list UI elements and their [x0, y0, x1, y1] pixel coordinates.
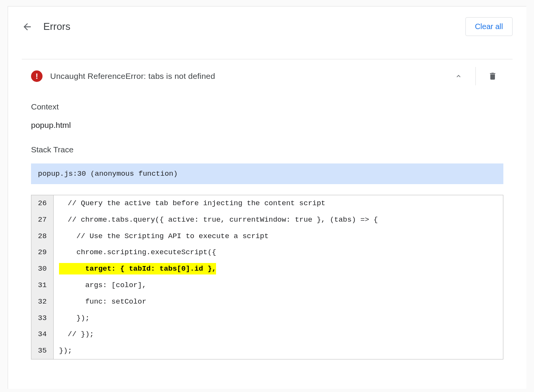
- stack-trace-heading: Stack Trace: [31, 145, 503, 154]
- code-content: func: setColor: [54, 294, 503, 310]
- trash-icon: [488, 72, 497, 81]
- code-content: // });: [54, 326, 503, 343]
- collapse-button[interactable]: [451, 69, 466, 84]
- code-content: chrome.scripting.executeScript({: [54, 244, 503, 261]
- code-content: target: { tabId: tabs[0].id },: [54, 261, 503, 277]
- line-number: 28: [31, 228, 54, 245]
- code-content: });: [54, 310, 503, 327]
- stack-trace-location[interactable]: popup.js:30 (anonymous function): [31, 163, 503, 184]
- line-number: 26: [31, 195, 54, 212]
- code-row: 28 // Use the Scripting API to execute a…: [31, 228, 503, 245]
- code-content: // chrome.tabs.query({ active: true, cur…: [54, 212, 503, 228]
- line-number: 35: [31, 343, 54, 359]
- code-row: 35});: [31, 343, 503, 359]
- error-message: Uncaught ReferenceError: tabs is not def…: [50, 72, 215, 81]
- code-content: // Use the Scripting API to execute a sc…: [54, 228, 503, 245]
- code-row: 26 // Query the active tab before inject…: [31, 195, 503, 212]
- code-row: 29 chrome.scripting.executeScript({: [31, 244, 503, 261]
- code-row: 34 // });: [31, 326, 503, 343]
- line-number: 30: [31, 261, 54, 277]
- code-row: 27 // chrome.tabs.query({ active: true, …: [31, 212, 503, 228]
- error-header-right: [451, 67, 503, 85]
- chevron-up-icon: [455, 72, 462, 80]
- back-button[interactable]: [22, 21, 33, 32]
- context-heading: Context: [31, 102, 503, 111]
- clear-all-button[interactable]: Clear all: [465, 17, 513, 36]
- code-row: 33 });: [31, 310, 503, 327]
- context-value: popup.html: [31, 121, 503, 130]
- page-container: Errors Clear all ! Uncaught ReferenceErr…: [8, 6, 526, 389]
- header: Errors Clear all: [8, 7, 526, 47]
- page-title: Errors: [43, 21, 70, 33]
- line-number: 33: [31, 310, 54, 327]
- line-number: 32: [31, 294, 54, 310]
- line-number: 31: [31, 277, 54, 294]
- line-number: 29: [31, 244, 54, 261]
- code-content: // Query the active tab before injecting…: [54, 195, 503, 212]
- line-number: 34: [31, 326, 54, 343]
- error-icon: !: [31, 70, 43, 82]
- code-row: 30 target: { tabId: tabs[0].id },: [31, 261, 503, 277]
- delete-button[interactable]: [485, 69, 500, 84]
- error-body: Context popup.html Stack Trace popup.js:…: [22, 93, 513, 359]
- line-number: 27: [31, 212, 54, 228]
- code-content: args: [color],: [54, 277, 503, 294]
- code-block: 26 // Query the active tab before inject…: [31, 195, 503, 359]
- error-header: ! Uncaught ReferenceError: tabs is not d…: [22, 59, 513, 93]
- code-content: });: [54, 343, 503, 359]
- code-row: 31 args: [color],: [31, 277, 503, 294]
- error-card: ! Uncaught ReferenceError: tabs is not d…: [22, 59, 513, 359]
- divider: [475, 67, 476, 85]
- header-left: Errors: [22, 21, 70, 33]
- code-row: 32 func: setColor: [31, 294, 503, 310]
- arrow-left-icon: [22, 21, 33, 32]
- error-header-left: ! Uncaught ReferenceError: tabs is not d…: [31, 70, 215, 82]
